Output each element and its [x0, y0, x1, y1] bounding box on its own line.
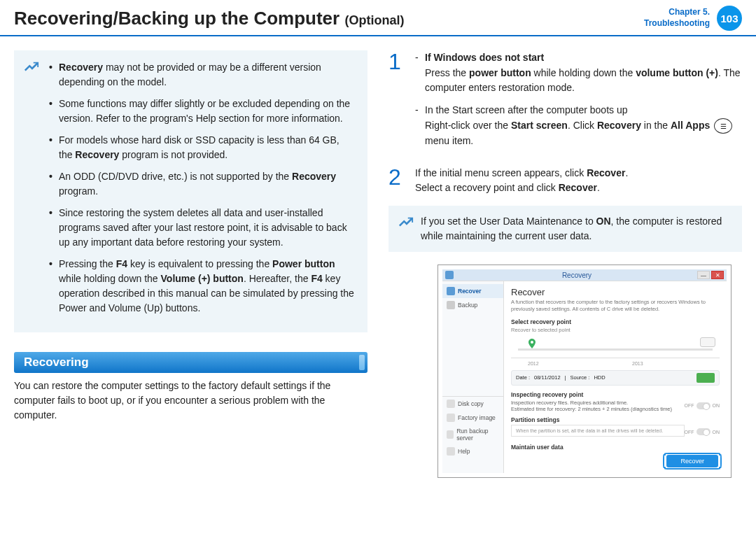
sidebar-item-help[interactable]: Help — [442, 444, 503, 458]
step-body: If the initial menu screen appears, clic… — [415, 166, 742, 196]
note-list: Recovery may not be provided or may be a… — [49, 60, 355, 316]
main-title: Recover — [511, 287, 720, 297]
app-icon — [445, 271, 454, 279]
server-icon — [447, 430, 454, 439]
title-optional: (Optional) — [344, 13, 404, 27]
note-item: Since restoring the system deletes all d… — [49, 206, 355, 250]
timeline-years: 2012 2013 — [511, 361, 720, 366]
timeline-pin-icon[interactable] — [528, 339, 536, 348]
step-number: 1 — [388, 50, 405, 156]
step-2: 2 If the initial menu screen appears, cl… — [388, 166, 742, 196]
window-body: Recover Backup Disk copy Factory image R… — [442, 281, 727, 473]
page-number-badge: 103 — [717, 6, 742, 31]
sidebar-item-diskcopy[interactable]: Disk copy — [442, 397, 503, 411]
main-subtitle: A function that recovers the computer to… — [511, 299, 720, 313]
recover-button[interactable]: Recover — [666, 455, 718, 467]
sidebar-item-runbackup[interactable]: Run backup server — [442, 425, 503, 444]
section-inspect: Inspecting recovery point — [511, 391, 720, 398]
backup-icon — [447, 301, 455, 309]
window-title: Recovery — [456, 271, 697, 279]
window-controls: — ✕ — [697, 271, 724, 279]
step-number: 2 — [388, 166, 405, 196]
note-item: An ODD (CD/DVD drive, etc.) is not suppo… — [49, 169, 355, 199]
window-titlebar: Recovery — ✕ — [442, 269, 727, 281]
section-intro-text: You can restore the computer settings to… — [14, 379, 368, 423]
note-item: Pressing the F4 key is equivalent to pre… — [49, 257, 355, 316]
note-icon — [24, 60, 39, 76]
section-heading-recovering: Recovering — [14, 352, 368, 373]
note-text: If you set the User Data Maintenance to … — [421, 214, 732, 244]
inspect-toggle[interactable]: OFF ON — [685, 402, 720, 409]
note-icon — [398, 216, 414, 231]
partition-text: When the partition is set, all the data … — [511, 425, 685, 437]
chapter-label: Chapter 5. Troubleshooting — [644, 7, 710, 29]
step-sub-windows-not-start: If Windows does not start Press the powe… — [415, 50, 742, 96]
main-panel: Recover A function that recovers the com… — [504, 281, 727, 473]
inspect-text: Inspection recovery files. Requires addi… — [511, 400, 685, 412]
step-sub-heading: If Windows does not start — [425, 52, 544, 63]
title-main: Recovering/Backing up the Computer — [14, 8, 340, 29]
refresh-button[interactable] — [700, 337, 715, 347]
recovery-timeline[interactable] — [511, 337, 720, 358]
step-body: If Windows does not start Press the powe… — [415, 50, 742, 156]
recovery-screenshot: Recovery — ✕ Recover Backup Disk copy Fa… — [438, 265, 732, 478]
note-box-maintain: If you set the User Data Maintenance to … — [388, 206, 742, 252]
partition-row: When the partition is set, all the data … — [511, 425, 720, 439]
note-box-main: Recovery may not be provided or may be a… — [14, 50, 368, 332]
sidebar-item-backup[interactable]: Backup — [442, 298, 503, 312]
content-area: Recovery may not be provided or may be a… — [0, 36, 756, 478]
step-sub-start-screen: In the Start screen after the computer b… — [415, 103, 742, 149]
inspect-row: Inspection recovery files. Requires addi… — [511, 400, 720, 412]
go-button[interactable] — [696, 373, 715, 383]
close-button[interactable]: ✕ — [711, 271, 724, 279]
right-column: 1 If Windows does not start Press the po… — [388, 50, 742, 478]
step-1: 1 If Windows does not start Press the po… — [388, 50, 742, 156]
partition-toggle[interactable]: OFF ON — [685, 428, 720, 435]
section-maintain: Maintain user data — [511, 444, 720, 451]
section-partition: Partition settings — [511, 416, 720, 423]
factory-icon — [447, 414, 455, 422]
svg-point-0 — [531, 341, 533, 344]
chapter-number: Chapter 5. — [644, 7, 710, 18]
section-select-sub: Recover to selected point — [511, 327, 720, 333]
page-title: Recovering/Backing up the Computer (Opti… — [14, 8, 644, 29]
step2-line1: If the initial menu screen appears, clic… — [415, 166, 742, 181]
chapter-name: Troubleshooting — [644, 18, 710, 29]
all-apps-icon: ☰ — [714, 118, 732, 134]
step2-line2: Select a recovery point and click Recove… — [415, 181, 742, 196]
recover-icon — [447, 287, 455, 295]
sidebar-item-factory[interactable]: Factory image — [442, 411, 503, 425]
recover-button-highlight: Recover — [665, 456, 720, 466]
help-icon — [447, 447, 455, 456]
note-item: For models whose hard disk or SSD capaci… — [49, 133, 355, 162]
note-item: Recovery may not be provided or may be a… — [49, 60, 355, 90]
page-header: Recovering/Backing up the Computer (Opti… — [0, 0, 756, 36]
minimize-button[interactable]: — — [697, 271, 710, 279]
sidebar: Recover Backup Disk copy Factory image R… — [442, 281, 504, 473]
recovery-point-meta: Date : 08/11/2012 | Source : HDD — [511, 370, 720, 386]
left-column: Recovery may not be provided or may be a… — [14, 50, 368, 478]
note-item: Some functions may differ slightly or be… — [49, 97, 355, 126]
section-select-point: Select recovery point — [511, 318, 720, 325]
disk-icon — [447, 400, 455, 408]
sidebar-item-recover[interactable]: Recover — [442, 284, 503, 298]
